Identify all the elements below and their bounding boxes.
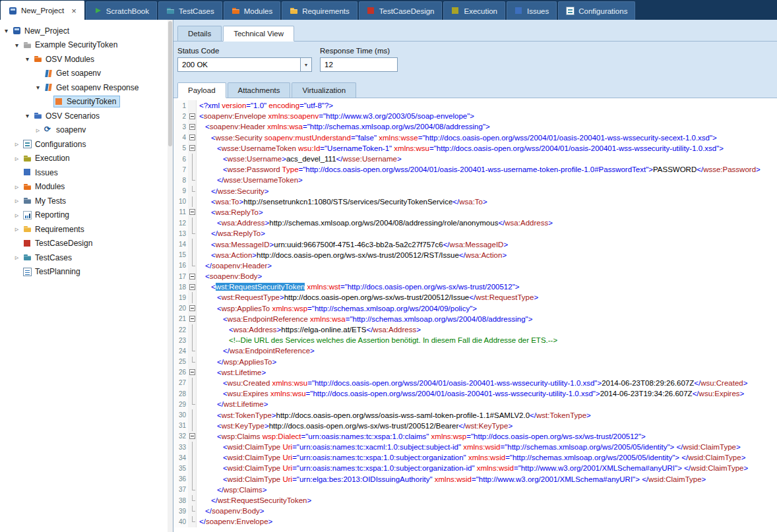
code-line-32[interactable]: 32<wsp:Claims wsp:Dialect="urn:oasis:nam…	[173, 431, 777, 442]
code-line-1[interactable]: 1<?xml version="1.0" encoding="utf-8"?>	[173, 100, 777, 111]
top-tab-testcasedesign[interactable]: TestCaseDesign	[359, 1, 443, 20]
code-line-22[interactable]: 22<wsa:Address>https://elga-online.at/ET…	[173, 324, 777, 335]
code-line-6[interactable]: 6<wsse:Username>acs_devel_111</wsse:User…	[173, 154, 777, 164]
tab-close-icon[interactable]: ×	[71, 7, 77, 15]
expand-arrow-icon[interactable]: ▹	[12, 253, 22, 262]
code-line-23[interactable]: 23<!--Die URL des Services welches die A…	[173, 335, 777, 345]
top-tab-requirements[interactable]: Requirements	[282, 1, 357, 20]
view-tab-details[interactable]: Details	[177, 26, 222, 41]
tree-item-execution[interactable]: ▹Execution	[0, 152, 173, 166]
code-line-3[interactable]: 3<soapenv:Header xmlns:wsa="http://schem…	[173, 121, 777, 132]
code-line-15[interactable]: 15<wsa:Action>http://docs.oasis-open.org…	[173, 250, 777, 260]
tree-item-example-securitytoken[interactable]: ▾Example SecurityToken	[0, 38, 173, 53]
top-tab-modules[interactable]: Modules	[224, 1, 280, 20]
code-line-40[interactable]: 40</soapenv:Envelope>	[173, 516, 777, 527]
fold-toggle-icon[interactable]	[188, 133, 197, 143]
code-line-35[interactable]: 35<wsid:ClaimType Uri="urn:oasis:names:t…	[173, 463, 777, 473]
fold-toggle-icon[interactable]	[188, 431, 197, 442]
expand-arrow-icon[interactable]: ▹	[12, 183, 22, 191]
code-line-26[interactable]: 26<wst:Lifetime>	[173, 367, 777, 378]
tree-item-reporting[interactable]: ▹Reporting	[0, 208, 173, 223]
top-tab-configurations[interactable]: Configurations	[558, 1, 635, 20]
collapse-arrow-icon[interactable]: ▾	[33, 84, 43, 91]
code-editor[interactable]: 1<?xml version="1.0" encoding="utf-8"?>2…	[173, 98, 777, 532]
code-line-30[interactable]: 30<wst:TokenType>http://docs.oasis-open.…	[173, 409, 777, 420]
code-line-33[interactable]: 33<wsid:ClaimType Uri="urn:oasis:names:t…	[173, 442, 777, 452]
code-line-2[interactable]: 2<soapenv:Envelope xmlns:soapenv="http:/…	[173, 111, 777, 121]
code-line-16[interactable]: 16</soapenv:Header>	[173, 260, 777, 271]
expand-arrow-icon[interactable]: ▹	[33, 126, 43, 134]
tree-item-testplanning[interactable]: TestPlanning	[0, 265, 173, 280]
code-line-24[interactable]: 24</wsa:EndpointReference>	[173, 345, 777, 356]
tree-item-testcasedesign[interactable]: TestCaseDesign	[0, 237, 173, 251]
fold-toggle-icon[interactable]	[188, 271, 197, 281]
code-line-31[interactable]: 31<wst:KeyType>http://docs.oasis-open.or…	[173, 421, 777, 431]
payload-tab-payload[interactable]: Payload	[177, 82, 226, 98]
fold-toggle-icon[interactable]	[188, 121, 197, 132]
tree-item-modules[interactable]: ▹Modules	[0, 180, 173, 194]
fold-toggle-icon[interactable]	[188, 281, 197, 292]
code-line-28[interactable]: 28<wsu:Expires xmlns:wsu="http://docs.oa…	[173, 388, 777, 399]
tree-item-osv-scenarios[interactable]: ▾OSV Scenarios	[0, 109, 173, 123]
tree-item-my-tests[interactable]: ▹My Tests	[0, 194, 173, 208]
tree-item-get-soapenv-response[interactable]: ▾Get soapenv Response	[0, 80, 173, 95]
code-line-38[interactable]: 38</wst:RequestSecurityToken>	[173, 495, 777, 506]
tree-item-soapenv[interactable]: ▹soapenv	[0, 123, 173, 138]
code-line-27[interactable]: 27<wsu:Created xmlns:wsu="http://docs.oa…	[173, 378, 777, 388]
top-tab-issues[interactable]: Issues	[507, 1, 557, 20]
code-line-9[interactable]: 9</wsse:Security>	[173, 186, 777, 196]
collapse-arrow-icon[interactable]: ▾	[1, 27, 11, 34]
payload-tab-virtualization[interactable]: Virtualization	[292, 82, 356, 98]
expand-arrow-icon[interactable]: ▹	[12, 225, 22, 233]
tree-item-securitytoken[interactable]: SecurityToken	[0, 95, 173, 109]
fold-toggle-icon[interactable]	[188, 303, 197, 314]
code-line-34[interactable]: 34<wsid:ClaimType Uri="urn:oasis:names:t…	[173, 452, 777, 463]
code-line-20[interactable]: 20<wsp:AppliesTo xmlns:wsp="http://schem…	[173, 303, 777, 314]
code-line-11[interactable]: 11<wsa:ReplyTo>	[173, 207, 777, 218]
top-tab-execution[interactable]: Execution	[443, 1, 505, 20]
status-code-dropdown[interactable]: 200 OK ▾	[177, 57, 312, 72]
tree-item-requirements[interactable]: ▹Requirements	[0, 222, 173, 237]
code-line-14[interactable]: 14<wsa:MessageID>urn:uuid:9667500f-4751-…	[173, 239, 777, 249]
tree-item-testcases[interactable]: ▹TestCases	[0, 251, 173, 265]
code-line-36[interactable]: 36<wsid:ClaimType Uri="urn:elga:bes:2013…	[173, 474, 777, 485]
chevron-down-icon[interactable]: ▾	[300, 58, 311, 71]
code-line-12[interactable]: 12<wsa:Address>http://schemas.xmlsoap.or…	[173, 218, 777, 228]
fold-toggle-icon[interactable]	[188, 143, 197, 154]
tree-item-get-soapenv[interactable]: Get soapenv	[0, 67, 173, 81]
expand-arrow-icon[interactable]: ▹	[12, 140, 22, 148]
code-line-25[interactable]: 25</wsp:AppliesTo>	[173, 357, 777, 367]
scrollbar-thumb[interactable]	[168, 21, 172, 146]
code-line-10[interactable]: 10<wsa:To>http://sensetrunkcn1:1080/STS/…	[173, 196, 777, 207]
tree-item-configurations[interactable]: ▹Configurations	[0, 137, 173, 152]
code-line-21[interactable]: 21<wsa:EndpointReference xmlns:wsa="http…	[173, 314, 777, 324]
expand-arrow-icon[interactable]: ▹	[12, 196, 22, 205]
code-line-5[interactable]: 5<wsse:UsernameToken wsu:Id="UsernameTok…	[173, 143, 777, 154]
fold-toggle-icon[interactable]	[188, 207, 197, 218]
code-line-19[interactable]: 19<wst:RequestType>http://docs.oasis-ope…	[173, 292, 777, 303]
code-line-37[interactable]: 37</wsp:Claims>	[173, 485, 777, 495]
fold-toggle-icon[interactable]	[188, 367, 197, 378]
code-line-17[interactable]: 17<soapenv:Body>	[173, 271, 777, 281]
expand-arrow-icon[interactable]: ▹	[12, 211, 22, 220]
sidebar-scrollbar[interactable]	[168, 20, 173, 532]
selected-token[interactable]: wst:RequestSecurityToken	[216, 283, 305, 291]
top-tab-new_project[interactable]: New_Project×	[1, 1, 84, 20]
tree-item-new_project[interactable]: ▾New_Project	[0, 24, 173, 38]
collapse-arrow-icon[interactable]: ▾	[22, 55, 32, 63]
collapse-arrow-icon[interactable]: ▾	[12, 42, 22, 49]
view-tab-technical-view[interactable]: Technical View	[223, 26, 294, 42]
code-line-29[interactable]: 29</wst:Lifetime>	[173, 399, 777, 409]
code-line-8[interactable]: 8</wsse:UsernameToken>	[173, 175, 777, 185]
code-line-18[interactable]: 18<wst:RequestSecurityToken xmlns:wst="h…	[173, 281, 777, 292]
code-line-39[interactable]: 39</soapenv:Body>	[173, 506, 777, 516]
code-line-4[interactable]: 4<wsse:Security soapenv:mustUnderstand="…	[173, 133, 777, 143]
top-tab-testcases[interactable]: TestCases	[158, 1, 222, 20]
tree-item-osv-modules[interactable]: ▾OSV Modules	[0, 52, 173, 67]
fold-toggle-icon[interactable]	[188, 111, 197, 121]
tree-item-issues[interactable]: Issues	[0, 165, 173, 180]
code-line-7[interactable]: 7<wsse:Password Type="http://docs.oasis-…	[173, 164, 777, 175]
top-tab-scratchbook[interactable]: ScratchBook	[86, 1, 157, 20]
expand-arrow-icon[interactable]: ▹	[12, 154, 22, 163]
response-time-field[interactable]: 12	[320, 57, 398, 72]
